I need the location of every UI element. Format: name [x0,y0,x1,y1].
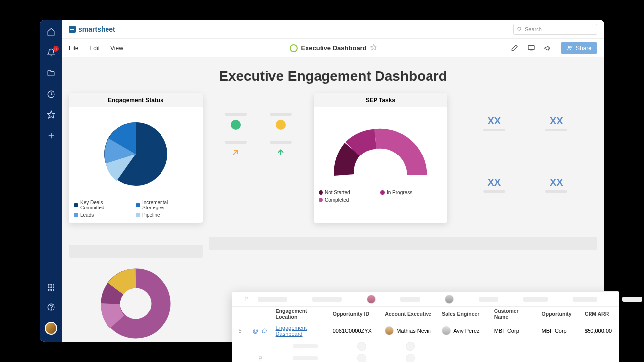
avatar-icon [357,354,366,362]
stat-tile [264,113,298,130]
dashboard-icon [289,44,297,52]
brand-mark-icon [69,26,76,33]
svg-point-12 [53,289,54,290]
announce-button[interactable] [544,44,552,52]
share-label: Share [576,45,591,52]
engagement-pie-chart [96,114,175,194]
svg-marker-1 [47,111,54,118]
star-icon[interactable] [46,110,56,120]
flag-icon[interactable] [240,296,254,302]
svg-point-21 [571,46,572,48]
avatar-icon [442,326,451,335]
widget-sep-tasks: SEP Tasks Not Started In Progress Comple… [314,93,447,223]
widget-metrics-grid: XX XX XX XX [453,93,597,223]
avatar-icon [367,295,376,304]
clock-icon[interactable] [46,89,56,99]
legend-item: Not Started [319,190,380,195]
cell-customer-name: MBF Corp [490,328,538,334]
notification-badge: 3 [53,46,59,52]
svg-point-11 [50,289,51,290]
plus-icon[interactable] [46,131,56,141]
col-opportunity[interactable]: Opportunity [538,311,581,317]
cell-crm-arr: $50,000.00 [581,328,619,334]
metric-tile: XX [468,177,521,223]
widget-title: SEP Tasks [314,93,447,107]
col-customer-name[interactable]: Customer Name [490,308,538,320]
legend-item: Leads [74,212,136,218]
left-rail: 3 [40,20,62,342]
status-circle-icon [231,120,241,130]
apps-icon[interactable] [46,282,56,292]
cell-opportunity: MBF Corp [538,328,581,334]
cell-opportunity-id: 0061C0000ZYX [329,328,381,334]
metric-tile: XX [531,177,583,223]
header: smartsheet Search [62,20,604,39]
svg-marker-17 [371,44,376,50]
search-input[interactable]: Search [513,24,597,35]
col-engagement-location[interactable]: Engagement Location [272,308,329,320]
legend-item: In Progress [380,190,442,195]
share-button[interactable]: Share [561,42,597,54]
brand-text: smartsheet [78,25,115,33]
folder-icon[interactable] [46,68,56,78]
svg-point-6 [53,284,54,285]
legend-item: Incremental Strategies [136,200,198,210]
brand-logo[interactable]: smartsheet [69,25,115,33]
table-row-faded [232,352,619,362]
legend-item: Completed [319,197,380,203]
home-icon[interactable] [46,27,56,37]
status-circle-icon [276,120,286,130]
search-placeholder: Search [525,26,542,32]
svg-line-16 [520,30,521,31]
data-table: Engagement Location Opportunity ID Accou… [232,291,619,362]
mention-icon[interactable]: @ [253,328,258,334]
svg-point-10 [48,289,49,290]
metric-tile: XX [468,115,521,162]
edit-button[interactable] [510,44,518,52]
col-opportunity-id[interactable]: Opportunity ID [329,311,381,317]
svg-point-9 [53,287,54,288]
comment-icon[interactable] [261,328,267,334]
svg-point-4 [48,284,49,285]
menu-view[interactable]: View [110,45,123,52]
favorite-star-icon[interactable] [370,44,377,52]
widget-title: Engagement Status [69,93,203,107]
engagement-location-link[interactable]: Engagement Dashboard [276,325,325,337]
menu-file[interactable]: File [69,45,78,52]
avatar[interactable] [45,322,57,335]
menu-edit[interactable]: Edit [89,45,100,52]
arrow-upright-icon [231,148,240,156]
toolbar: File Edit View Executive Dashboard [62,39,604,57]
app-window: 3 [40,20,604,342]
metric-tile: XX [531,115,583,162]
document-title-group: Executive Dashboard [289,44,376,52]
avatar-icon [406,342,415,351]
row-index: 5 [232,328,248,334]
col-crm-arr[interactable]: CRM ARR [581,311,619,317]
bottom-donut-chart [99,266,173,341]
avatar-icon [406,354,415,362]
col-account-executive[interactable]: Account Executive [381,311,438,317]
widget-engagement-status: Engagement Status Key Deals - Committed … [69,93,203,223]
bell-icon[interactable]: 3 [46,48,56,57]
svg-point-15 [518,27,521,30]
arrow-up-icon [276,148,285,156]
help-icon[interactable] [46,302,56,312]
sep-semi-donut-chart [328,114,432,184]
widget-stat-indicators [209,93,308,223]
stat-tile [218,141,253,156]
table-row[interactable]: 5 @ Engagement Dashboard 0061C0000ZYX Ma… [232,321,619,340]
menu-bar: File Edit View [69,45,123,52]
svg-point-8 [50,287,51,288]
legend-item: Key Deals - Committed [74,200,136,210]
present-button[interactable] [527,44,535,52]
col-sales-engineer[interactable]: Sales Engineer [438,311,490,317]
avatar-icon [445,295,454,304]
document-title[interactable]: Executive Dashboard [301,44,366,52]
svg-point-5 [50,284,51,285]
flag-icon [248,356,273,361]
cell-account-executive: Mathias Nevin [381,326,438,335]
page-title: Executive Engagement Dashboard [69,68,597,84]
placeholder-bar [209,237,597,250]
avatar-icon [357,342,366,351]
